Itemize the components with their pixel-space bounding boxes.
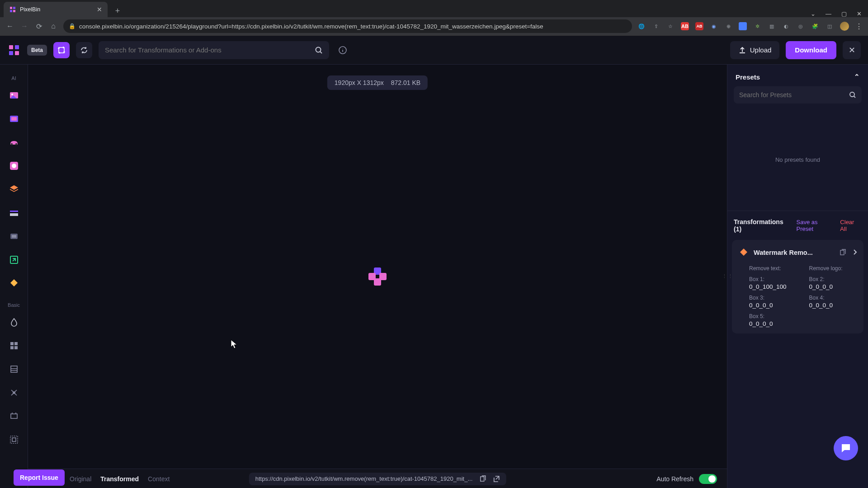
canvas[interactable]: 1920px X 1312px 872.01 KB xyxy=(28,65,727,488)
transform-search-input[interactable] xyxy=(105,46,310,54)
auto-refresh-toggle[interactable] xyxy=(699,474,717,484)
tab-original[interactable]: Original xyxy=(70,475,91,483)
share-icon[interactable]: ⇪ xyxy=(652,22,660,30)
rail-item-2[interactable] xyxy=(6,111,22,127)
copy-icon[interactable] xyxy=(839,249,846,256)
extensions-icon[interactable]: 🧩 xyxy=(811,22,819,30)
filesize-text: 872.01 KB xyxy=(391,79,420,86)
transform-search[interactable] xyxy=(99,41,329,59)
transformation-name: Watermark Remo... xyxy=(754,249,835,256)
translate-icon[interactable]: 🌐 xyxy=(637,22,646,30)
svg-rect-20 xyxy=(10,213,18,216)
ext-icon-3[interactable] xyxy=(739,22,747,30)
search-icon[interactable] xyxy=(315,46,323,54)
dropdown-icon[interactable]: ⌄ xyxy=(811,10,816,17)
tab-context[interactable]: Context xyxy=(148,475,170,483)
profile-avatar[interactable] xyxy=(840,22,849,31)
copy-url-icon[interactable] xyxy=(479,475,486,483)
rail-item-b6[interactable] xyxy=(6,432,22,448)
app-logo-icon[interactable] xyxy=(7,43,21,57)
download-button[interactable]: Download xyxy=(786,41,836,59)
rail-section-basic: Basic xyxy=(8,299,20,312)
beta-badge: Beta xyxy=(27,45,47,56)
tab-transformed[interactable]: Transformed xyxy=(100,475,139,483)
rail-item-5[interactable] xyxy=(6,181,22,197)
param-box1: Box 1:0_0_100_100 xyxy=(749,276,797,290)
param-box3: Box 3:0_0_0_0 xyxy=(749,295,797,309)
param-remove-text: Remove text: xyxy=(749,265,797,272)
rail-item-b3[interactable] xyxy=(6,361,22,377)
preset-search-input[interactable] xyxy=(739,91,849,99)
maximize-icon[interactable]: ▢ xyxy=(841,10,847,17)
svg-rect-3 xyxy=(13,10,15,12)
ext-icon-7[interactable]: ◎ xyxy=(797,22,805,30)
sync-button[interactable] xyxy=(76,42,92,58)
info-icon[interactable] xyxy=(338,46,347,55)
sidepanel-icon[interactable]: ◫ xyxy=(826,22,834,30)
svg-rect-22 xyxy=(12,235,16,238)
ext-icon-5[interactable]: ▥ xyxy=(768,22,776,30)
transformation-card-header[interactable]: Watermark Remo... xyxy=(732,242,863,263)
rail-item-b5[interactable] xyxy=(6,408,22,424)
save-as-preset-link[interactable]: Save as Preset xyxy=(797,219,836,232)
upload-button[interactable]: Upload xyxy=(730,41,780,59)
browser-tab[interactable]: PixelBin ✕ xyxy=(4,2,108,17)
svg-rect-34 xyxy=(840,250,844,255)
rail-item-7[interactable] xyxy=(6,228,22,244)
address-bar[interactable]: 🔒 console.pixelbin.io/organization/21526… xyxy=(63,19,632,33)
crop-tool-button[interactable] xyxy=(53,42,70,58)
dimensions-text: 1920px X 1312px xyxy=(335,79,384,86)
home-icon[interactable]: ⌂ xyxy=(49,22,58,30)
ext-icon-1[interactable]: ◉ xyxy=(710,22,718,30)
svg-rect-0 xyxy=(10,7,12,9)
back-icon[interactable]: ← xyxy=(5,22,14,30)
rail-item-4[interactable] xyxy=(6,158,22,174)
close-panel-button[interactable]: ✕ xyxy=(843,41,861,59)
svg-point-16 xyxy=(15,143,17,145)
svg-rect-32 xyxy=(12,438,16,441)
tab-title: PixelBin xyxy=(20,6,40,13)
search-icon[interactable] xyxy=(849,91,856,99)
svg-point-15 xyxy=(10,143,12,145)
rail-item-b1[interactable] xyxy=(6,314,22,330)
drag-handle-icon[interactable]: ⋮⋮ xyxy=(722,273,734,279)
presets-header[interactable]: Presets ⌃ xyxy=(727,65,868,86)
preset-search[interactable] xyxy=(734,86,862,103)
rail-item-1[interactable] xyxy=(6,87,22,103)
ext-icon-4[interactable]: ✲ xyxy=(753,22,761,30)
extension-row: 🌐 ⇪ ☆ AB AB ◉ ⊕ ✲ ▥ ◐ ◎ 🧩 ◫ ⋮ xyxy=(637,22,863,31)
transformation-card: Watermark Remo... ⋮⋮ Remove text: Remove… xyxy=(732,240,863,333)
svg-point-18 xyxy=(12,164,16,168)
rail-item-9[interactable] xyxy=(6,275,22,291)
lock-icon: 🔒 xyxy=(69,23,75,29)
chevron-up-icon[interactable]: ⌃ xyxy=(854,73,860,81)
close-window-icon[interactable]: ✕ xyxy=(857,10,862,17)
chevron-right-icon[interactable] xyxy=(853,249,857,256)
rail-item-8[interactable] xyxy=(6,252,22,268)
chat-fab-button[interactable] xyxy=(834,436,858,460)
clear-all-link[interactable]: Clear All xyxy=(840,219,862,232)
ext-icon-6[interactable]: ◐ xyxy=(782,22,790,30)
minimize-icon[interactable]: — xyxy=(826,10,831,17)
abp2-icon[interactable]: AB xyxy=(695,22,703,30)
rail-item-3[interactable] xyxy=(6,134,22,150)
transformations-header: Transformations (1) Save as Preset Clear… xyxy=(727,211,868,240)
param-box4: Box 4:0_0_0_0 xyxy=(809,295,857,309)
open-url-icon[interactable] xyxy=(492,475,500,483)
left-rail: AI Basic xyxy=(0,65,28,488)
forward-icon[interactable]: → xyxy=(20,22,29,30)
ext-icon-2[interactable]: ⊕ xyxy=(724,22,732,30)
star-icon[interactable]: ☆ xyxy=(666,22,675,30)
abp-icon[interactable]: AB xyxy=(681,22,689,30)
report-issue-button[interactable]: Report Issue xyxy=(14,469,65,486)
rail-item-b2[interactable] xyxy=(6,338,22,354)
kebab-menu-icon[interactable]: ⋮ xyxy=(855,22,863,31)
svg-point-9 xyxy=(316,47,321,52)
reload-icon[interactable]: ⟳ xyxy=(34,22,43,31)
rail-item-6[interactable] xyxy=(6,205,22,221)
new-tab-button[interactable]: + xyxy=(111,5,124,17)
close-tab-icon[interactable]: ✕ xyxy=(97,6,102,13)
browser-chrome: PixelBin ✕ + ⌄ — ▢ ✕ ← → ⟳ ⌂ 🔒 console.p… xyxy=(0,0,868,36)
rail-item-b4[interactable] xyxy=(6,385,22,401)
svg-rect-1 xyxy=(13,7,15,9)
